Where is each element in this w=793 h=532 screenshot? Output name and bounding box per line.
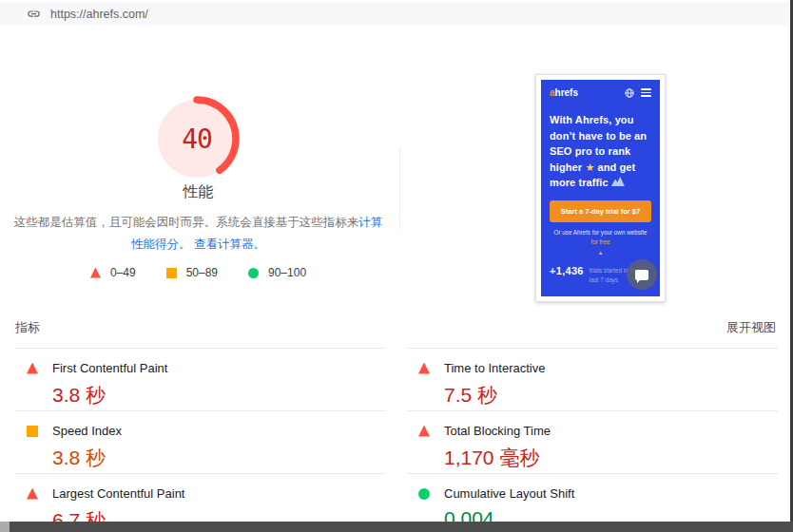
preview-header-icons [625,88,651,98]
metric-name: First Contentful Paint [52,361,167,375]
pass-circle-icon [248,268,259,278]
metric-total-blocking-time[interactable]: Total Blocking Time 1,170 毫秒 [407,410,778,473]
hamburger-menu-icon [641,88,651,97]
metric-value: 1,170 毫秒 [444,445,778,471]
trial-cta-button: Start a 7-day trial for $7 [550,200,651,222]
performance-gauge[interactable]: 40 [153,95,241,182]
for-free-link: for free [591,238,610,245]
metric-name: Cumulative Layout Shift [444,486,574,501]
score-legend: 0–49 50–89 90–100 [0,266,396,279]
metrics-column-right: Time to Interactive 7.5 秒 Total Blocking… [407,348,778,532]
pass-circle-icon [418,488,430,500]
legend-fail-range: 0–49 [110,266,136,279]
fail-triangle-icon [27,363,38,374]
window-bottom-edge [0,522,793,532]
section-divider [399,147,400,229]
pointer-up-icon: ▲ [550,248,651,257]
legend-pass-range: 90–100 [268,266,306,279]
performance-score: 40 [153,95,241,182]
legend-item-pass: 90–100 [248,266,306,279]
metric-name: Total Blocking Time [444,424,551,438]
customer-logos: FACEBOOK Adobe [550,295,651,296]
fail-triangle-icon [418,426,430,437]
star-icon: ★ [585,162,594,173]
metric-speed-index[interactable]: Speed Index 3.8 秒 [15,410,386,473]
metric-value: 3.8 秒 [52,382,386,408]
subtext: Or use Ahrefs for your own website [554,229,648,236]
ahrefs-logo-rest: hrefs [555,87,578,98]
metric-name: Speed Index [52,424,122,438]
metrics-column-left: First Contentful Paint 3.8 秒 Speed Index… [15,348,386,532]
metric-name: Largest Contentful Paint [52,486,184,501]
average-square-icon [166,268,177,278]
performance-summary: 40 性能 这些都是估算值，且可能会因时而异。系统会直接基于这些指标来计算性能得… [0,57,793,315]
metrics-title: 指标 [15,319,40,336]
metrics-header-row: 指标 展开视图 [15,319,776,336]
score-description: 这些都是估算值，且可能会因时而异。系统会直接基于这些指标来计算性能得分。 查看计… [10,212,387,255]
adobe-logo: Adobe [604,295,642,296]
legend-average-range: 50–89 [186,266,218,279]
metric-first-contentful-paint[interactable]: First Contentful Paint 3.8 秒 [15,348,386,410]
trials-count: +1,436 [550,265,584,276]
url-bar[interactable]: https://ahrefs.com/ [0,2,789,26]
page-screenshot-thumbnail[interactable]: ahrefs With Ahrefs, you don’t have to be… [535,74,666,302]
preview-header: ahrefs [550,87,651,98]
ahrefs-page-preview: ahrefs With Ahrefs, you don’t have to be… [541,80,660,296]
performance-label: 性能 [0,182,396,202]
fail-triangle-icon [27,488,38,500]
metric-value: 7.5 秒 [444,382,778,408]
adobe-label: Adobe [615,295,642,296]
metric-value: 3.8 秒 [52,445,386,471]
mountain-icon [611,177,625,186]
calculator-link[interactable]: 查看计算器。 [194,238,265,251]
chat-bubble-icon [635,270,648,280]
metric-name: Time to Interactive [444,361,545,375]
link-icon [27,7,41,21]
expand-view-button[interactable]: 展开视图 [726,319,776,336]
description-text: 这些都是估算值，且可能会因时而异。系统会直接基于这些指标来 [14,216,359,229]
pagespeed-report: https://ahrefs.com/ 40 性能 这些都是估算值，且可能会因时… [0,0,793,532]
fail-triangle-icon [418,363,430,374]
average-square-icon [27,426,38,437]
ahrefs-logo: ahrefs [550,87,578,98]
legend-item-fail: 0–49 [90,266,136,279]
preview-heading: With Ahrefs, you don’t have to be an SEO… [550,112,651,191]
tested-url: https://ahrefs.com/ [50,8,148,21]
metric-time-to-interactive[interactable]: Time to Interactive 7.5 秒 [407,348,778,410]
chat-widget-button [627,259,657,290]
globe-icon [625,88,634,98]
legend-item-average: 50–89 [166,266,218,279]
preview-subtext: Or use Ahrefs for your own website for f… [550,228,651,258]
fail-triangle-icon [90,268,101,278]
